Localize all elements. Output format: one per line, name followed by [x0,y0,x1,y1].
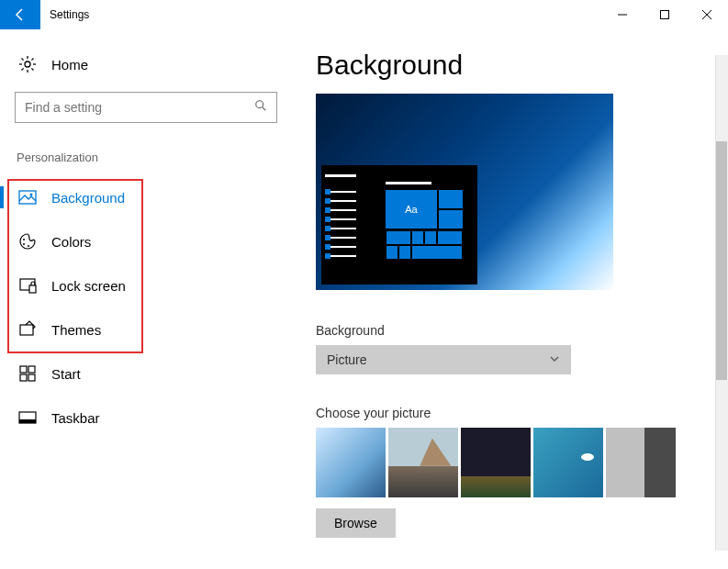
minimize-icon [618,10,627,19]
palette-icon [18,232,37,251]
sidebar-item-themes[interactable]: Themes [15,307,279,351]
scrollbar-thumb[interactable] [716,141,727,380]
svg-point-16 [23,243,25,245]
picture-thumbnail[interactable] [606,428,676,497]
search-icon [254,99,267,116]
svg-line-7 [22,59,24,61]
page-heading: Background [316,50,706,81]
svg-point-2 [25,61,30,67]
chevron-down-icon [549,352,560,367]
svg-point-14 [30,194,33,196]
picture-thumbnail[interactable] [533,428,603,497]
svg-rect-13 [19,191,36,204]
gear-icon [18,55,37,73]
svg-rect-21 [20,366,27,373]
background-type-label: Background [316,323,706,338]
svg-rect-24 [28,374,35,381]
svg-line-10 [31,59,33,61]
window-controls [601,0,728,29]
search-input[interactable] [25,100,254,115]
svg-line-12 [263,107,266,111]
picture-thumbnail[interactable] [461,428,531,497]
picture-thumbnail[interactable] [388,428,458,497]
svg-point-17 [28,245,29,247]
home-label: Home [51,57,88,73]
title-bar: Settings [0,0,728,29]
dropdown-value: Picture [327,352,367,367]
nav-list: Background Colors Lock screen Themes [15,175,279,440]
svg-line-8 [31,68,33,70]
svg-rect-20 [20,325,33,335]
home-nav[interactable]: Home [15,48,279,81]
sidebar-item-background[interactable]: Background [15,175,279,219]
nav-label: Background [51,190,125,206]
start-icon [18,364,37,383]
maximize-button[interactable] [644,0,686,29]
svg-point-11 [256,101,263,108]
section-label: Personalization [15,151,279,164]
themes-icon [18,320,37,339]
maximize-icon [660,10,669,19]
nav-label: Lock screen [51,278,126,294]
svg-line-9 [22,68,24,70]
svg-point-15 [23,239,25,240]
minimize-button[interactable] [601,0,644,29]
taskbar-icon [18,408,37,427]
svg-rect-26 [19,419,36,423]
svg-rect-23 [20,374,27,381]
browse-button[interactable]: Browse [316,508,396,538]
choose-picture-label: Choose your picture [316,406,706,420]
search-box[interactable] [15,92,277,123]
svg-rect-22 [28,366,35,373]
lock-screen-icon [18,276,37,295]
background-preview: Aa [316,94,613,290]
nav-label: Taskbar [51,410,100,426]
sidebar-item-taskbar[interactable]: Taskbar [15,396,279,440]
picture-thumbnail[interactable] [316,428,386,497]
background-type-dropdown[interactable]: Picture [316,345,571,374]
picture-thumbnails [316,428,706,497]
nav-label: Colors [51,234,91,250]
svg-rect-1 [661,11,669,19]
close-icon [702,10,711,19]
preview-start-panel: Aa [321,165,477,284]
close-button[interactable] [686,0,728,29]
app-title: Settings [40,8,601,21]
sidebar: Home Personalization Background Colors [0,29,294,569]
svg-rect-19 [29,285,36,293]
arrow-left-icon [13,7,28,22]
vertical-scrollbar[interactable] [715,55,728,551]
sidebar-item-start[interactable]: Start [15,351,279,396]
preview-tile-text: Aa [386,190,437,229]
main-content: Background Aa [294,29,728,569]
sidebar-item-colors[interactable]: Colors [15,219,279,263]
nav-label: Start [51,366,81,382]
sidebar-item-lock-screen[interactable]: Lock screen [15,263,279,307]
nav-label: Themes [51,322,101,338]
picture-icon [18,188,37,206]
back-button[interactable] [0,0,40,29]
